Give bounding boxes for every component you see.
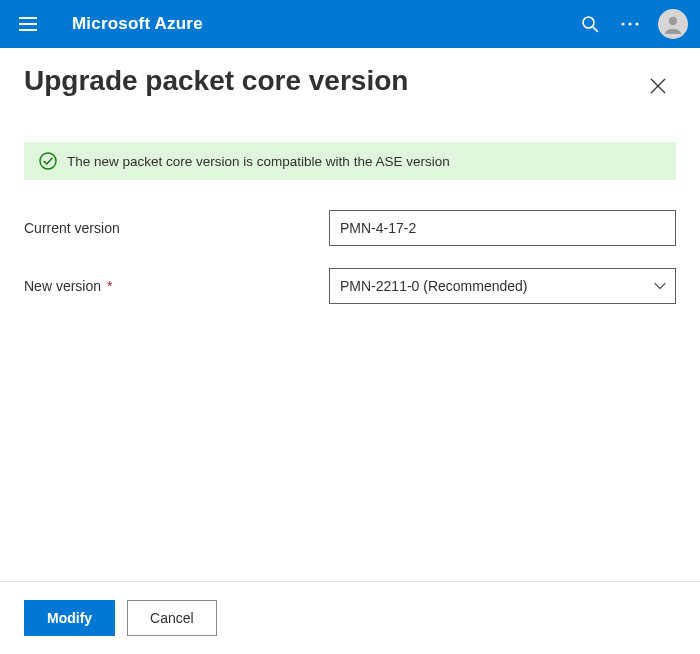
required-indicator: * — [107, 278, 112, 294]
new-version-selected-text: PMN-2211-0 (Recommended) — [340, 278, 528, 294]
svg-point-6 — [628, 22, 631, 25]
new-version-select[interactable]: PMN-2211-0 (Recommended) — [329, 268, 676, 304]
svg-point-11 — [40, 153, 56, 169]
svg-rect-2 — [19, 29, 37, 31]
page-title: Upgrade packet core version — [24, 64, 640, 98]
content: The new packet core version is compatibl… — [0, 112, 700, 581]
svg-line-4 — [593, 27, 598, 32]
current-version-input[interactable] — [329, 210, 676, 246]
svg-point-7 — [635, 22, 638, 25]
more-button[interactable] — [610, 4, 650, 44]
topbar: Microsoft Azure — [0, 0, 700, 48]
hamburger-icon — [19, 17, 37, 31]
new-version-label: New version * — [24, 278, 329, 294]
status-text: The new packet core version is compatibl… — [67, 154, 450, 169]
svg-rect-1 — [19, 23, 37, 25]
current-version-label: Current version — [24, 220, 329, 236]
brand-title[interactable]: Microsoft Azure — [72, 14, 203, 34]
modify-button[interactable]: Modify — [24, 600, 115, 636]
footer: Modify Cancel — [0, 581, 700, 654]
svg-point-8 — [669, 17, 677, 25]
user-icon — [662, 13, 684, 35]
blade-header: Upgrade packet core version — [0, 48, 700, 112]
cancel-button[interactable]: Cancel — [127, 600, 217, 636]
more-icon — [621, 22, 639, 26]
check-circle-icon — [39, 152, 57, 170]
menu-button[interactable] — [12, 8, 44, 40]
new-version-row: New version * PMN-2211-0 (Recommended) — [24, 268, 676, 304]
search-icon — [581, 15, 599, 33]
svg-point-5 — [621, 22, 624, 25]
svg-rect-0 — [19, 17, 37, 19]
status-banner: The new packet core version is compatibl… — [24, 142, 676, 180]
close-icon — [650, 78, 666, 94]
avatar[interactable] — [658, 9, 688, 39]
close-button[interactable] — [640, 68, 676, 104]
new-version-label-text: New version — [24, 278, 101, 294]
search-button[interactable] — [570, 4, 610, 44]
current-version-row: Current version — [24, 210, 676, 246]
